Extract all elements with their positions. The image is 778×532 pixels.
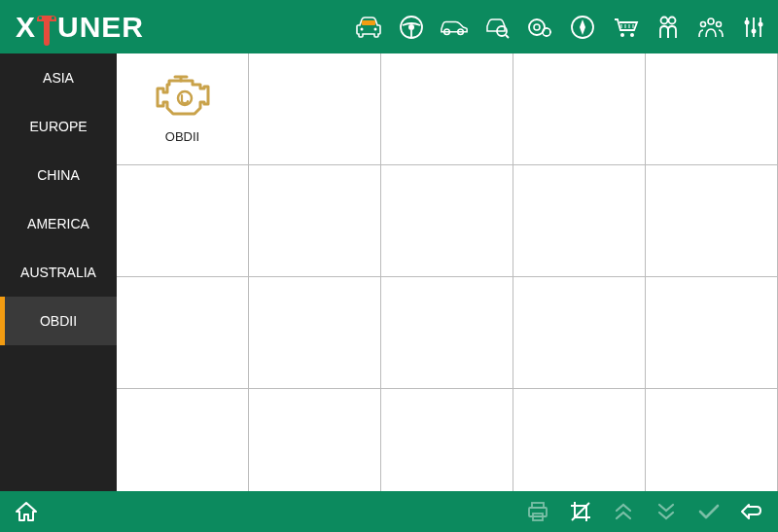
- car-side-icon[interactable]: [440, 13, 469, 42]
- grid-cell-empty[interactable]: [381, 165, 513, 277]
- grid-cell-empty[interactable]: [249, 53, 381, 165]
- svg-point-18: [661, 17, 668, 23]
- grid-cell-empty[interactable]: [513, 389, 646, 491]
- sidebar-item-label: AMERICA: [27, 216, 89, 231]
- svg-point-28: [759, 21, 763, 26]
- expand-down-icon: [654, 499, 679, 524]
- logo-rest: UNER: [57, 11, 144, 44]
- grid-cell-empty[interactable]: [381, 277, 513, 389]
- sidebar-item-label: OBDII: [40, 313, 77, 329]
- grid-cell-empty[interactable]: [646, 277, 778, 389]
- sidebar-item-obdii[interactable]: OBDII: [0, 297, 117, 345]
- svg-point-4: [374, 27, 377, 30]
- svg-rect-2: [362, 20, 375, 25]
- compass-icon[interactable]: [568, 13, 597, 42]
- grid-cell-empty[interactable]: [117, 165, 249, 277]
- svg-point-27: [752, 28, 757, 33]
- grid-cell-empty[interactable]: [381, 53, 513, 165]
- grid-cell-empty[interactable]: [381, 389, 513, 491]
- vehicle-grid: OBDII: [117, 53, 778, 491]
- svg-line-11: [506, 35, 509, 38]
- grid-cell-empty[interactable]: [513, 165, 646, 277]
- app-logo: X UNER: [16, 11, 144, 44]
- grid-cell-empty[interactable]: [646, 53, 778, 165]
- print-icon: [525, 499, 550, 524]
- collapse-up-icon: [611, 499, 636, 524]
- svg-point-22: [717, 21, 722, 26]
- svg-point-20: [708, 18, 714, 24]
- svg-point-26: [745, 19, 750, 24]
- grid-cell-empty[interactable]: [646, 165, 778, 277]
- engine-icon: [156, 75, 210, 120]
- svg-rect-0: [39, 17, 42, 19]
- grid-cell-empty[interactable]: [646, 389, 778, 491]
- sidebar-item-america[interactable]: AMERICA: [0, 199, 117, 248]
- crop-icon[interactable]: [568, 499, 593, 524]
- check-icon: [696, 499, 722, 524]
- tire-settings-icon[interactable]: [525, 13, 554, 42]
- svg-rect-31: [529, 508, 547, 516]
- grid-cell-empty[interactable]: [513, 277, 646, 389]
- svg-point-3: [361, 27, 364, 30]
- sidebar-item-label: EUROPE: [29, 119, 87, 134]
- grid-cell-empty[interactable]: [513, 53, 646, 165]
- sliders-icon[interactable]: [739, 13, 768, 42]
- sidebar-item-china[interactable]: CHINA: [0, 151, 117, 199]
- svg-point-6: [408, 24, 414, 30]
- svg-point-19: [669, 17, 676, 23]
- grid-cell-empty[interactable]: [117, 277, 249, 389]
- people-icon[interactable]: [654, 13, 683, 42]
- logo-x: X: [16, 11, 36, 44]
- car-front-icon[interactable]: [354, 13, 383, 42]
- grid-cell-obdii[interactable]: OBDII: [117, 53, 249, 165]
- sidebar-item-europe[interactable]: EUROPE: [0, 102, 117, 151]
- svg-point-13: [534, 24, 540, 30]
- app-header: X UNER: [0, 0, 778, 53]
- vehicle-grid-area: OBDII: [117, 53, 778, 491]
- grid-cell-empty[interactable]: [249, 277, 381, 389]
- grid-cell-empty[interactable]: [117, 389, 249, 491]
- header-toolbar: [354, 13, 768, 42]
- home-icon[interactable]: [14, 499, 39, 524]
- group-icon[interactable]: [696, 13, 725, 42]
- shopping-cart-icon[interactable]: [611, 13, 640, 42]
- app-footer: [0, 491, 778, 532]
- car-search-icon[interactable]: [482, 13, 512, 42]
- svg-rect-1: [52, 17, 54, 19]
- sidebar-item-asia[interactable]: ASIA: [0, 53, 117, 102]
- region-sidebar: ASIA EUROPE CHINA AMERICA AUSTRALIA OBDI…: [0, 53, 117, 491]
- sidebar-item-label: ASIA: [43, 70, 74, 86]
- grid-cell-label: OBDII: [165, 129, 199, 144]
- back-icon[interactable]: [739, 499, 764, 524]
- grid-cell-empty[interactable]: [249, 389, 381, 491]
- steering-wheel-icon[interactable]: [397, 13, 426, 42]
- sidebar-item-label: CHINA: [37, 167, 80, 183]
- sidebar-item-label: AUSTRALIA: [20, 265, 96, 280]
- svg-point-16: [620, 33, 624, 37]
- grid-cell-empty[interactable]: [249, 165, 381, 277]
- sidebar-item-australia[interactable]: AUSTRALIA: [0, 248, 117, 297]
- svg-point-17: [630, 33, 634, 37]
- svg-point-21: [701, 21, 706, 26]
